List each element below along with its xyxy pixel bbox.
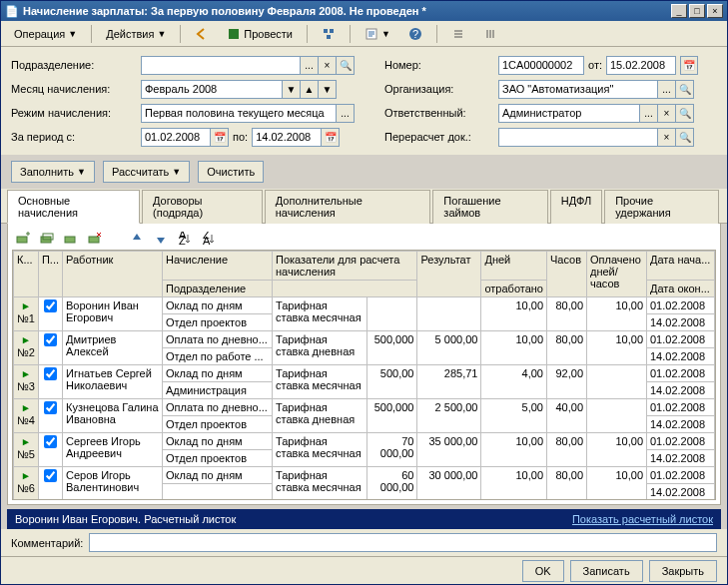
cell-days[interactable]: 10,00 xyxy=(481,297,547,331)
cell-dept[interactable]: Отдел по работе ... xyxy=(163,348,273,365)
cell-result[interactable]: 30 000,00 xyxy=(417,467,481,501)
org-ellipsis[interactable]: ... xyxy=(658,80,676,99)
cell-days[interactable]: 4,00 xyxy=(481,365,547,399)
show-payslip-link[interactable]: Показать расчетный листок xyxy=(572,513,713,525)
date-input[interactable] xyxy=(606,56,676,75)
podrazd-search-icon[interactable]: 🔍 xyxy=(337,56,355,75)
cell-date-start[interactable]: 01.02.2008 xyxy=(647,331,715,348)
cell-date-end[interactable]: 14.02.2008 xyxy=(647,450,715,467)
cell-indicator[interactable]: Тарифная ставка дневная xyxy=(273,331,367,365)
tab-other[interactable]: Прочие удержания xyxy=(604,190,719,224)
podrazd-input[interactable] xyxy=(141,56,301,75)
cell-paid[interactable] xyxy=(587,399,647,433)
cell-dept[interactable]: Администрация xyxy=(163,382,273,399)
cell-date-start[interactable]: 01.02.2008 xyxy=(647,365,715,382)
col-worker[interactable]: Работник xyxy=(63,252,163,297)
cell-hours[interactable]: 40,00 xyxy=(547,399,587,433)
cell-indic-val[interactable]: 500,000 xyxy=(366,331,417,365)
cell-paid[interactable]: 10,00 xyxy=(587,297,647,331)
month-up-icon[interactable]: ▲ xyxy=(301,80,319,99)
resp-clear[interactable]: × xyxy=(658,104,676,123)
cell-hours[interactable]: 92,00 xyxy=(547,365,587,399)
cell-date-start[interactable]: 01.02.2008 xyxy=(647,433,715,450)
mode-ellipsis[interactable]: ... xyxy=(337,104,355,123)
cell-date-end[interactable]: 14.02.2008 xyxy=(647,416,715,433)
cell-paid[interactable]: 10,00 xyxy=(587,331,647,365)
sort-desc-icon[interactable]: ZA xyxy=(200,230,218,248)
mode-input[interactable] xyxy=(141,104,337,123)
move-up-icon[interactable] xyxy=(128,230,146,248)
period-from-input[interactable] xyxy=(141,128,211,147)
row-checkbox[interactable] xyxy=(44,435,57,448)
table-row[interactable]: ▸№1Воронин Иван ЕгоровичОклад по днямТар… xyxy=(14,297,715,314)
cell-date-start[interactable]: 01.02.2008 xyxy=(647,467,715,484)
cell-indicator[interactable]: Тарифная ставка месячная xyxy=(273,467,367,501)
cell-date-end[interactable]: 14.02.2008 xyxy=(647,314,715,331)
cell-accrual[interactable]: Оклад по дням xyxy=(163,433,273,450)
cell-date-start[interactable]: 01.02.2008 xyxy=(647,399,715,416)
date-cal-icon[interactable]: 📅 xyxy=(680,56,698,75)
cell-hours[interactable]: 80,00 xyxy=(547,433,587,467)
podrazd-ellipsis[interactable]: ... xyxy=(301,56,319,75)
actions-menu[interactable]: Действия▼ xyxy=(99,24,173,44)
cell-accrual[interactable]: Оплата по дневно... xyxy=(163,399,273,416)
tab-loans[interactable]: Погашение займов xyxy=(432,190,547,224)
cell-date-end[interactable]: 14.02.2008 xyxy=(647,484,715,501)
table-row[interactable]: ▸№6Серов Игорь ВалентиновичОклад по дням… xyxy=(14,467,715,484)
period-from-cal-icon[interactable]: 📅 xyxy=(211,128,229,147)
cell-date-end[interactable]: 14.02.2008 xyxy=(647,382,715,399)
cell-indicator[interactable]: Тарифная ставка месячная xyxy=(273,365,367,399)
help-icon[interactable]: ? xyxy=(401,24,429,44)
cell-hours[interactable]: 80,00 xyxy=(547,297,587,331)
cell-worker[interactable]: Игнатьев Сергей Николаевич xyxy=(63,365,163,399)
cell-dept[interactable]: Отдел проектов xyxy=(163,416,273,433)
period-to-input[interactable] xyxy=(252,128,322,147)
edit-row-icon[interactable] xyxy=(62,230,80,248)
cell-worker[interactable]: Сергеев Игорь Андреевич xyxy=(63,433,163,467)
back-icon[interactable] xyxy=(188,24,216,44)
number-input[interactable] xyxy=(498,56,584,75)
col-days[interactable]: Дней xyxy=(481,252,547,281)
cell-result[interactable]: 285,71 xyxy=(417,365,481,399)
recalc-input[interactable] xyxy=(498,128,658,147)
month-dropdown-icon[interactable]: ▼ xyxy=(283,80,301,99)
cell-days[interactable]: 10,00 xyxy=(481,331,547,365)
cell-dept[interactable] xyxy=(163,484,273,501)
add-row-icon[interactable] xyxy=(14,230,32,248)
cell-days[interactable]: 5,00 xyxy=(481,399,547,433)
comment-input[interactable] xyxy=(89,533,717,552)
cell-dept[interactable]: Отдел проектов xyxy=(163,450,273,467)
row-checkbox[interactable] xyxy=(44,469,57,482)
col-accrual[interactable]: Начисление xyxy=(163,252,273,281)
list2-icon[interactable] xyxy=(476,24,504,44)
cell-accrual[interactable]: Оклад по дням xyxy=(163,467,273,484)
period-to-cal-icon[interactable]: 📅 xyxy=(322,128,340,147)
cell-worker[interactable]: Дмитриев Алексей xyxy=(63,331,163,365)
resp-search-icon[interactable]: 🔍 xyxy=(676,104,694,123)
cell-paid[interactable]: 10,00 xyxy=(587,433,647,467)
col-paid[interactable]: Оплачено дней/часов xyxy=(587,252,647,297)
tab-ndfl[interactable]: НДФЛ xyxy=(550,190,602,224)
fill-button[interactable]: Заполнить▼ xyxy=(11,161,95,183)
cell-indic-val[interactable]: 60 000,00 xyxy=(366,467,417,501)
resp-ellipsis[interactable]: ... xyxy=(640,104,658,123)
row-checkbox[interactable] xyxy=(44,299,57,312)
cell-date-end[interactable]: 14.02.2008 xyxy=(647,348,715,365)
cell-paid[interactable] xyxy=(587,365,647,399)
col-k[interactable]: К... xyxy=(14,252,39,297)
cell-paid[interactable]: 10,00 xyxy=(587,467,647,501)
close-form-button[interactable]: Закрыть xyxy=(649,560,717,582)
cell-accrual[interactable]: Оплата по дневно... xyxy=(163,331,273,348)
table-row[interactable]: ▸№4Кузнецова Галина ИвановнаОплата по дн… xyxy=(14,399,715,416)
recalc-clear[interactable]: × xyxy=(658,128,676,147)
org-input[interactable] xyxy=(498,80,658,99)
col-indicators[interactable]: Показатели для расчета начисления xyxy=(273,252,417,281)
table-row[interactable]: ▸№2Дмитриев АлексейОплата по дневно...Та… xyxy=(14,331,715,348)
cell-worker[interactable]: Серов Игорь Валентинович xyxy=(63,467,163,501)
cell-indic-val[interactable]: 500,00 xyxy=(366,365,417,399)
podrazd-clear[interactable]: × xyxy=(319,56,337,75)
operation-menu[interactable]: Операция▼ xyxy=(7,24,84,44)
col-result[interactable]: Результат xyxy=(417,252,481,297)
delete-row-icon[interactable] xyxy=(86,230,104,248)
structure-icon[interactable] xyxy=(315,24,343,44)
